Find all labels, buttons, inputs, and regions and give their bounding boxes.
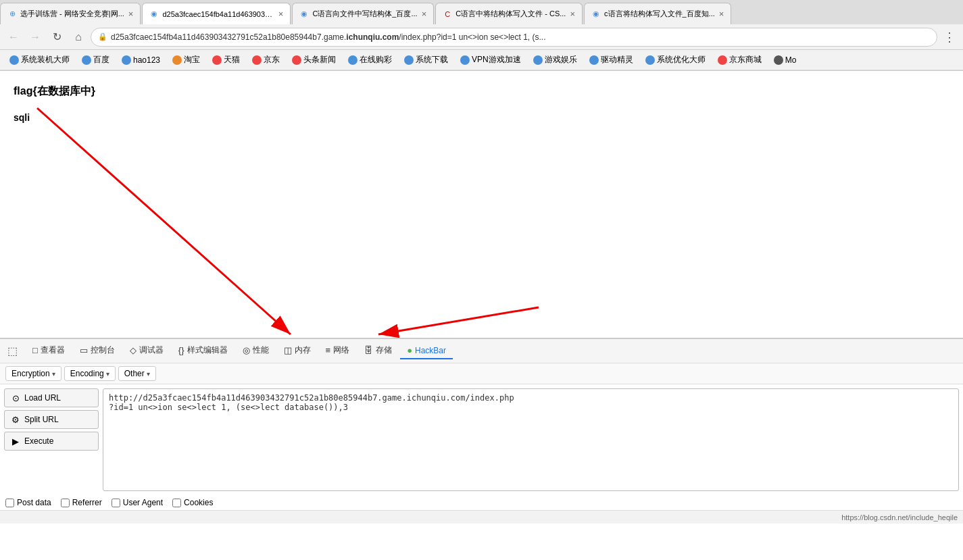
encryption-label: Encryption: [11, 369, 50, 378]
devtools-tab-icon-network: ≡: [326, 345, 331, 355]
bookmark-京东[interactable]: 京东: [248, 53, 284, 67]
bookmark-icon-百度: [82, 55, 91, 65]
execute-button[interactable]: ▶ Execute: [4, 432, 99, 451]
browser-tab-tab4[interactable]: CC语言中将结构体写入文件 - CS...×: [435, 3, 583, 24]
bookmarks-bar: 系统装机大师百度hao123淘宝天猫京东头条新闻在线购彩系统下载VPN游戏加速游…: [0, 50, 963, 70]
devtools-tab-icon-performance: ◎: [243, 345, 250, 355]
other-dropdown[interactable]: Other ▾: [118, 366, 156, 381]
browser-tab-tab5[interactable]: ◉c语言将结构体写入文件_百度知...×: [584, 3, 731, 24]
encoding-dropdown[interactable]: Encoding ▾: [64, 366, 116, 381]
browser-tab-tab2[interactable]: ◉d25a3fcaec154fb4a11d4639034...×: [142, 3, 291, 24]
tab-favicon-tab5: ◉: [591, 9, 601, 19]
devtools-tab-icon-storage: 🗄: [364, 345, 373, 355]
bookmark-Mo[interactable]: Mo: [770, 54, 801, 66]
arrows-overlay: [0, 71, 963, 338]
svg-line-3: [378, 307, 539, 334]
reload-button[interactable]: ↻: [47, 28, 66, 47]
devtools-tab-console[interactable]: ▭控制台: [73, 342, 122, 360]
address-field[interactable]: 🔒 d25a3fcaec154fb4a11d463903432791c52a1b…: [91, 28, 937, 47]
bookmark-icon-VPN游戏加速: [460, 55, 470, 65]
hackbar-checkbox-cookies[interactable]: [172, 499, 181, 507]
bookmark-VPN游戏加速[interactable]: VPN游戏加速: [456, 53, 525, 67]
bookmark-label-淘宝: 淘宝: [184, 54, 200, 66]
bookmark-天猫[interactable]: 天猫: [208, 53, 244, 67]
bookmark-系统装机大师[interactable]: 系统装机大师: [5, 53, 74, 67]
load-url-button[interactable]: ⊙ Load URL: [4, 388, 99, 407]
bookmark-icon-hao123: [122, 55, 131, 65]
page-content: flag{在数据库中} sqli: [0, 71, 963, 338]
bookmark-icon-京东商城: [718, 55, 727, 65]
bookmark-icon-系统下载: [404, 55, 414, 65]
page-flag: flag{在数据库中}: [14, 84, 949, 99]
devtools-tab-viewer[interactable]: □查看器: [26, 342, 72, 360]
bookmark-游戏娱乐[interactable]: 游戏娱乐: [529, 53, 581, 67]
back-button[interactable]: ←: [4, 28, 23, 47]
forward-button[interactable]: →: [26, 28, 45, 47]
bookmark-icon-Mo: [774, 55, 783, 65]
tab-close-tab2[interactable]: ×: [278, 9, 284, 19]
tab-close-tab4[interactable]: ×: [570, 9, 575, 19]
bookmark-驱动精灵[interactable]: 驱动精灵: [585, 53, 637, 67]
bookmark-系统下载[interactable]: 系统下载: [400, 53, 452, 67]
devtools-tab-style[interactable]: {}样式编辑器: [172, 342, 234, 360]
hackbar-checkbox-item-referrer: Referrer: [61, 498, 102, 507]
url-text: d25a3fcaec154fb4a11d463903432791c52a1b80…: [111, 32, 545, 42]
bookmark-hao123[interactable]: hao123: [118, 54, 164, 66]
bookmark-label-系统装机大师: 系统装机大师: [21, 54, 70, 66]
bookmark-淘宝[interactable]: 淘宝: [168, 53, 204, 67]
bookmark-头条新闻[interactable]: 头条新闻: [288, 53, 340, 67]
browser-tab-tab3[interactable]: ◉C语言向文件中写结构体_百度...×: [292, 3, 434, 24]
execute-icon: ▶: [10, 436, 21, 447]
bookmark-系统优化大师[interactable]: 系统优化大师: [641, 53, 710, 67]
browser-menu-button[interactable]: ⋮: [940, 28, 959, 47]
devtools-tab-label-memory: 内存: [295, 345, 311, 356]
other-label: Other: [124, 369, 145, 378]
tab-close-tab3[interactable]: ×: [422, 9, 427, 19]
devtools-tab-label-performance: 性能: [253, 345, 269, 356]
execute-label: Execute: [24, 436, 53, 446]
devtools-tab-performance[interactable]: ◎性能: [236, 342, 276, 360]
bookmark-label-游戏娱乐: 游戏娱乐: [545, 54, 577, 66]
tab-close-tab5[interactable]: ×: [719, 9, 724, 19]
url-suffix: /index.php?id=1 un<>ion se<>lect 1, (s..…: [399, 32, 545, 42]
devtools-tab-label-viewer: 查看器: [41, 345, 65, 356]
hackbar-checkbox-user_agent[interactable]: [112, 499, 120, 507]
devtools-tab-network[interactable]: ≡网络: [319, 342, 357, 360]
bookmark-label-京东: 京东: [264, 54, 280, 66]
tab-title-tab5: c语言将结构体写入文件_百度知...: [604, 9, 715, 19]
devtools-tab-debugger[interactable]: ◇调试器: [123, 342, 170, 360]
home-button[interactable]: ⌂: [69, 28, 88, 47]
bookmark-icon-系统优化大师: [645, 55, 655, 65]
encoding-label: Encoding: [70, 369, 104, 378]
devtools-panel: ⬚□查看器▭控制台◇调试器{}样式编辑器◎性能◫内存≡网络🗄存储●HackBar…: [0, 338, 963, 510]
bookmark-百度[interactable]: 百度: [78, 53, 114, 67]
hackbar-url-input[interactable]: [103, 388, 959, 491]
tab-favicon-tab2: ◉: [149, 9, 159, 19]
devtools-tab-storage[interactable]: 🗄存储: [357, 342, 399, 360]
tab-close-tab1[interactable]: ×: [128, 9, 134, 19]
browser-tab-tab1[interactable]: ⊕选手训练营 - 网络安全竞赛|网...×: [0, 3, 141, 24]
devtools-tab-icon-hackbar: ●: [407, 345, 412, 355]
bookmark-label-系统下载: 系统下载: [416, 54, 448, 66]
bookmark-label-头条新闻: 头条新闻: [303, 54, 336, 66]
browser-chrome: ⊕选手训练营 - 网络安全竞赛|网...×◉d25a3fcaec154fb4a1…: [0, 0, 963, 71]
split-url-button[interactable]: ⚙ Split URL: [4, 410, 99, 429]
bookmark-icon-驱动精灵: [589, 55, 599, 65]
split-url-label: Split URL: [24, 415, 59, 424]
devtools-tab-memory[interactable]: ◫内存: [277, 342, 318, 360]
bookmark-在线购彩[interactable]: 在线购彩: [344, 53, 396, 67]
bookmark-label-在线购彩: 在线购彩: [360, 54, 392, 66]
devtools-tab-label-network: 网络: [333, 345, 349, 356]
hackbar-checkboxes: Post dataReferrerUser AgentCookies: [0, 495, 963, 510]
encryption-dropdown[interactable]: Encryption ▾: [5, 366, 61, 381]
hackbar-checkbox-label-referrer: Referrer: [72, 498, 102, 507]
hackbar-checkbox-post_data[interactable]: [5, 499, 14, 507]
devtools-inspect-button[interactable]: ⬚: [3, 342, 22, 361]
devtools-tab-icon-console: ▭: [80, 345, 88, 355]
bookmark-京东商城[interactable]: 京东商城: [714, 53, 766, 67]
encryption-chevron-icon: ▾: [52, 370, 55, 378]
devtools-tabs: ⬚□查看器▭控制台◇调试器{}样式编辑器◎性能◫内存≡网络🗄存储●HackBar: [0, 339, 963, 363]
devtools-tab-hackbar[interactable]: ●HackBar: [400, 342, 453, 359]
hackbar-checkbox-referrer[interactable]: [61, 499, 70, 507]
bookmark-label-百度: 百度: [93, 54, 109, 66]
